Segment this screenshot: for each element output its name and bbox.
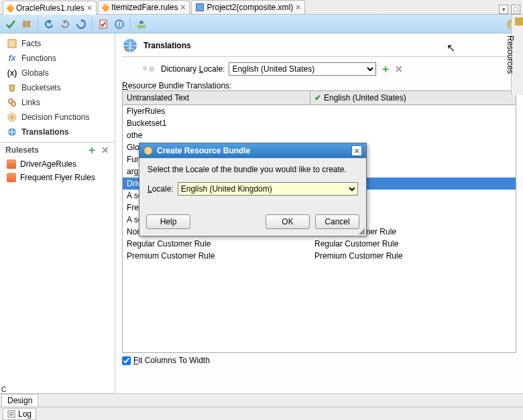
- check-icon: ✔: [314, 93, 321, 102]
- svg-point-11: [9, 115, 15, 120]
- design-tab[interactable]: Design: [1, 394, 38, 407]
- editor-tab-itemizedfare[interactable]: ItemizedFare.rules ×: [98, 0, 190, 14]
- globe-icon: [122, 38, 138, 54]
- fit-columns-checkbox[interactable]: [122, 356, 131, 365]
- flow-file-icon: [196, 3, 204, 11]
- rules-file-icon: [6, 4, 15, 13]
- ruleset-item[interactable]: DriverAgeRules: [0, 157, 115, 171]
- tab-strip-controls: ▾ ▢: [499, 5, 523, 14]
- rulesets-title: Rulesets: [5, 145, 39, 155]
- dictionary-button[interactable]: [20, 17, 34, 31]
- dialog-icon: [143, 146, 153, 155]
- nav-bucketsets[interactable]: Bucketsets: [0, 80, 115, 95]
- clipped-label: C: [1, 386, 6, 393]
- help-button[interactable]: Help: [146, 214, 190, 229]
- svg-rect-1: [27, 21, 30, 27]
- facts-icon: [7, 38, 17, 49]
- nav-decision-functions[interactable]: Decision Functions: [0, 110, 115, 125]
- cell-translation: Regular Customer Rule: [310, 238, 516, 250]
- undo-button[interactable]: [42, 17, 56, 31]
- nav-translations[interactable]: Translations: [0, 125, 115, 139]
- nav-links[interactable]: Links: [0, 95, 115, 110]
- remove-locale-button[interactable]: ✕: [395, 65, 403, 73]
- close-icon[interactable]: ×: [296, 3, 300, 12]
- log-icon: [7, 410, 15, 418]
- cancel-button[interactable]: Cancel: [315, 214, 359, 229]
- dialog-close-button[interactable]: ✕: [351, 145, 362, 156]
- tab-menu-button[interactable]: ▾: [499, 5, 508, 14]
- dictionary-locale-select[interactable]: English (United States): [229, 62, 376, 76]
- table-row[interactable]: Regular Customer RuleRegular Customer Ru…: [123, 238, 516, 250]
- dialog-locale-label: Locale:: [148, 184, 174, 194]
- editor-toolbar: i ?: [0, 15, 523, 33]
- svg-point-19: [144, 147, 152, 155]
- ok-button[interactable]: OK: [266, 214, 310, 229]
- delete-ruleset-button[interactable]: ✕: [101, 146, 109, 154]
- resize-grip[interactable]: [357, 226, 365, 234]
- nav-label: Bucketsets: [21, 83, 61, 92]
- links-icon: [7, 97, 17, 108]
- tab-label: ItemizedFare.rules: [111, 3, 178, 12]
- column-header-untranslated[interactable]: Untranslated Text: [123, 91, 310, 104]
- log-tab[interactable]: Log: [3, 408, 36, 420]
- close-icon[interactable]: ×: [87, 3, 92, 13]
- info-button[interactable]: i: [113, 17, 126, 31]
- section-title: Translations: [122, 38, 516, 54]
- dialog-titlebar[interactable]: Create Resource Bundle ✕: [139, 143, 366, 158]
- add-locale-button[interactable]: ＋: [380, 65, 391, 73]
- maximize-pane-button[interactable]: ▢: [511, 5, 520, 14]
- bucketsets-icon: [7, 82, 17, 93]
- tab-label: OracleRules1.rules: [16, 3, 84, 13]
- cell-translation: [310, 117, 516, 129]
- add-ruleset-button[interactable]: ＋: [86, 146, 97, 154]
- nav-globals[interactable]: (x)Globals: [0, 66, 115, 80]
- nav-facts[interactable]: Facts: [0, 36, 115, 51]
- log-label: Log: [18, 409, 32, 419]
- resources-icon: [515, 17, 523, 25]
- table-row[interactable]: Bucketset1: [123, 117, 516, 129]
- dictionary-locale-label: Dictionary Locale:: [161, 64, 225, 74]
- close-icon[interactable]: ×: [180, 3, 185, 12]
- resources-handle[interactable]: Resources: [511, 15, 523, 95]
- ruleset-icon: [7, 173, 16, 182]
- create-resource-bundle-dialog: Create Resource Bundle ✕ Select the Loca…: [139, 143, 367, 236]
- ruleset-label: DriverAgeRules: [20, 159, 76, 169]
- nav-functions[interactable]: fxFunctions: [0, 51, 115, 66]
- cell-untranslated: Regular Customer Rule: [123, 238, 310, 250]
- nav-label: Links: [21, 98, 40, 107]
- svg-rect-0: [23, 21, 26, 27]
- dialog-locale-select[interactable]: English (United Kingdom): [178, 182, 358, 196]
- cell-untranslated: FlyerRules: [123, 105, 310, 117]
- svg-point-10: [11, 102, 15, 106]
- editor-tab-oraclerules[interactable]: OracleRules1.rules ×: [3, 1, 97, 15]
- globals-icon: (x): [7, 68, 17, 78]
- translations-icon: [7, 127, 17, 137]
- svg-rect-8: [8, 40, 16, 48]
- ruleset-item[interactable]: Frequent Flyer Rules: [0, 171, 115, 184]
- cell-untranslated: Premium Customer Rule: [123, 250, 310, 262]
- check-rules-button[interactable]: [97, 17, 110, 31]
- nav-label: Facts: [21, 39, 41, 48]
- column-header-locale[interactable]: ✔English (United States): [310, 91, 516, 104]
- nav-label: Globals: [21, 68, 49, 78]
- fit-columns-label: Fit Columns To Width: [133, 356, 210, 365]
- decision-icon: [7, 112, 17, 123]
- cell-untranslated: Bucketset1: [123, 117, 310, 129]
- dialog-title-text: Create Resource Bundle: [157, 146, 250, 155]
- editor-tab-project2[interactable]: Project2(composite.xml) ×: [191, 0, 305, 14]
- editor-tab-strip: OracleRules1.rules × ItemizedFare.rules …: [0, 0, 523, 15]
- svg-text:i: i: [119, 19, 121, 29]
- worldmap-icon: [142, 64, 157, 74]
- table-row[interactable]: othe: [123, 129, 516, 141]
- design-strip: Design: [0, 393, 523, 407]
- nav-label: Functions: [21, 54, 56, 63]
- validate-button[interactable]: [4, 17, 17, 31]
- table-row[interactable]: Premium Customer RulePremium Customer Ru…: [123, 250, 516, 262]
- table-row[interactable]: FlyerRules: [123, 105, 516, 117]
- refresh-button[interactable]: [74, 17, 88, 31]
- svg-rect-5: [137, 25, 146, 28]
- redo-button[interactable]: [58, 17, 72, 31]
- rules-file-icon: [101, 3, 110, 12]
- ruleset-icon: [7, 159, 16, 169]
- deploy-button[interactable]: [135, 17, 148, 31]
